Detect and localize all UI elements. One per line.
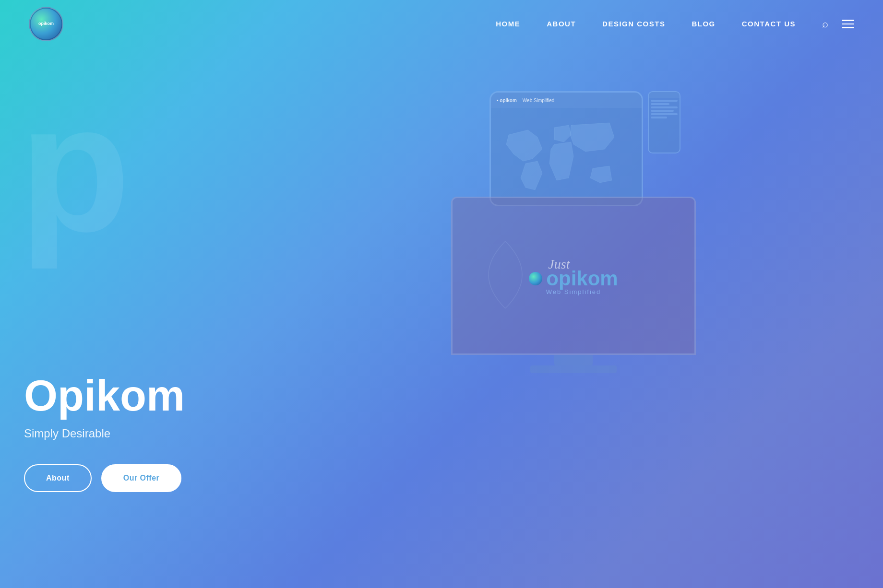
tablet-logo: • opikom [497, 98, 517, 103]
tablet-screen [491, 108, 642, 205]
nav-link-blog[interactable]: BLOG [692, 20, 715, 28]
phone-mockup [648, 91, 680, 153]
offer-button[interactable]: Our Offer [101, 464, 182, 492]
phone-line-2 [651, 103, 669, 105]
desktop-base [530, 365, 617, 373]
nav-item-home[interactable]: HOME [496, 20, 520, 28]
phone-bar [649, 92, 680, 98]
logo-inner: opikom [31, 9, 61, 39]
search-icon[interactable]: ⌕ [822, 18, 828, 30]
world-map-svg [499, 116, 633, 197]
phone-screen [649, 98, 680, 153]
nav-item-design-costs[interactable]: DESIGN COSTS [602, 20, 665, 28]
hero-buttons: About Our Offer [24, 464, 185, 492]
desktop-stand [554, 355, 593, 365]
phone-line-1 [651, 100, 678, 102]
nav-link-home[interactable]: HOME [496, 20, 520, 28]
about-button[interactable]: About [24, 464, 92, 492]
desktop-screen: Just opikom Web Simplified [451, 197, 696, 355]
curve-svg [467, 236, 544, 313]
logo-circle: opikom [29, 7, 63, 41]
hero-content: Opikom Simply Desirable About Our Offer [24, 374, 185, 492]
devices-area: • opikom Web Simplified [451, 38, 883, 518]
phone-line-6 [651, 117, 667, 118]
nav-icons: ⌕ [822, 18, 854, 30]
background-letter: p [19, 77, 131, 259]
logo-text: opikom [38, 22, 54, 26]
phone-line-3 [651, 106, 678, 108]
menu-icon[interactable] [842, 20, 854, 28]
tablet-mockup: • opikom Web Simplified [489, 91, 643, 206]
desktop-brand-name: opikom [546, 267, 618, 290]
desktop-mockup: Just opikom Web Simplified [451, 197, 696, 379]
tablet-bar: • opikom Web Simplified [491, 93, 642, 108]
hero-title: Opikom [24, 374, 185, 417]
nav-links: HOME ABOUT DESIGN COSTS BLOG CONTACT US [496, 20, 796, 28]
phone-line-4 [651, 110, 674, 112]
nav-link-design-costs[interactable]: DESIGN COSTS [602, 20, 665, 28]
nav-item-contact[interactable]: CONTACT US [742, 20, 796, 28]
logo-wrap[interactable]: opikom [29, 7, 63, 41]
tablet-title: Web Simplified [523, 98, 555, 103]
navbar: opikom HOME ABOUT DESIGN COSTS BLOG CONT… [0, 0, 883, 48]
nav-item-about[interactable]: ABOUT [547, 20, 576, 28]
nav-link-about[interactable]: ABOUT [547, 20, 576, 28]
hero-subtitle: Simply Desirable [24, 427, 185, 440]
hero-section: opikom HOME ABOUT DESIGN COSTS BLOG CONT… [0, 0, 883, 588]
nav-link-contact[interactable]: CONTACT US [742, 20, 796, 28]
phone-line-5 [651, 113, 678, 115]
desktop-brand-tagline: Web Simplified [546, 288, 601, 295]
nav-item-blog[interactable]: BLOG [692, 20, 715, 28]
